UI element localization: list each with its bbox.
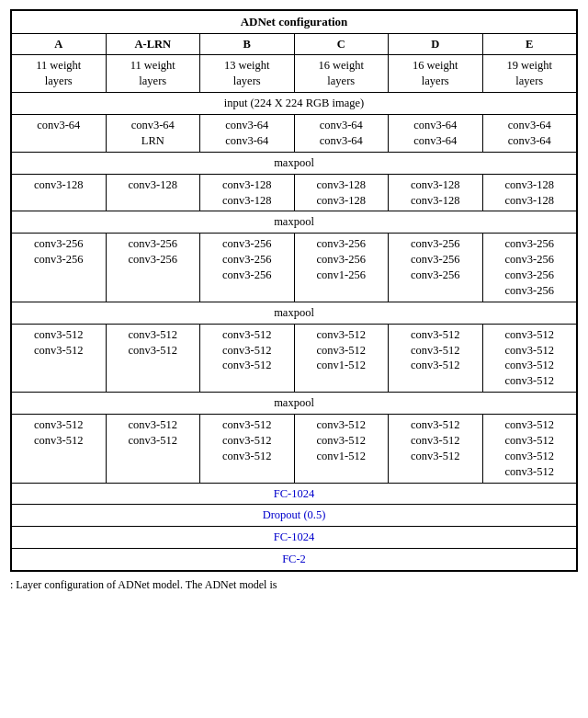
cell-b-512b: conv3-512conv3-512conv3-512 (200, 415, 295, 484)
cell-alrn-64: conv3-64LRN (106, 115, 200, 153)
cell-d-512b: conv3-512conv3-512conv3-512 (389, 415, 483, 484)
fc1024-row-2: FC-1024 (12, 527, 577, 549)
table-title: ADNet configuration (12, 11, 577, 34)
maxpool-label-2: maxpool (12, 211, 577, 234)
title-row: ADNet configuration (12, 11, 577, 34)
col-header-e: E (482, 33, 577, 55)
cell-a-128: conv3-128 (12, 174, 107, 211)
maxpool-label-3: maxpool (12, 302, 577, 324)
maxpool-3: maxpool (12, 302, 577, 324)
cell-a-512b: conv3-512conv3-512 (12, 415, 107, 484)
col-header-b: B (200, 33, 295, 55)
dropout-row: Dropout (0.5) (12, 505, 577, 527)
input-label: input (224 X 224 RGB image) (12, 93, 577, 115)
conv128-row: conv3-128 conv3-128 conv3-128conv3-128 c… (12, 174, 577, 211)
cell-b-512a: conv3-512conv3-512conv3-512 (200, 324, 295, 393)
cell-a-512a: conv3-512conv3-512 (12, 324, 107, 393)
cell-c-512b: conv3-512conv3-512conv1-512 (294, 415, 389, 484)
cell-b-64: conv3-64conv3-64 (200, 115, 295, 153)
cell-a-256: conv3-256conv3-256 (12, 234, 107, 302)
col-header-a: A (12, 33, 107, 55)
cell-alrn-256: conv3-256conv3-256 (106, 234, 200, 302)
fc2-label: FC-2 (12, 549, 577, 571)
col-header-c: C (294, 33, 389, 55)
col-header-alrn: A-LRN (106, 33, 200, 55)
fc2-row: FC-2 (12, 549, 577, 571)
subheader-d: 16 weightlayers (389, 55, 483, 93)
conv64-row: conv3-64 conv3-64LRN conv3-64conv3-64 co… (12, 115, 577, 153)
cell-c-256: conv3-256conv3-256conv1-256 (294, 234, 389, 302)
conv256-row: conv3-256conv3-256 conv3-256conv3-256 co… (12, 234, 577, 302)
conv512b-row: conv3-512conv3-512 conv3-512conv3-512 co… (12, 415, 577, 484)
cell-e-512a: conv3-512conv3-512conv3-512conv3-512 (482, 324, 577, 393)
cell-alrn-128: conv3-128 (106, 174, 200, 211)
cell-c-64: conv3-64conv3-64 (294, 115, 389, 153)
cell-alrn-512a: conv3-512conv3-512 (106, 324, 200, 393)
subheader-b: 13 weightlayers (200, 55, 295, 93)
cell-a-64: conv3-64 (12, 115, 107, 153)
maxpool-2: maxpool (12, 211, 577, 234)
maxpool-label-4: maxpool (12, 393, 577, 415)
subheader-c: 16 weightlayers (294, 55, 389, 93)
cell-e-128: conv3-128conv3-128 (482, 174, 577, 211)
cell-alrn-512b: conv3-512conv3-512 (106, 415, 200, 484)
fc1024-row-1: FC-1024 (12, 483, 577, 505)
cell-e-512b: conv3-512conv3-512conv3-512conv3-512 (482, 415, 577, 484)
subheader-e: 19 weightlayers (482, 55, 577, 93)
conv512a-row: conv3-512conv3-512 conv3-512conv3-512 co… (12, 324, 577, 393)
cell-e-64: conv3-64conv3-64 (482, 115, 577, 153)
cell-b-128: conv3-128conv3-128 (200, 174, 295, 211)
subheader-alrn: 11 weightlayers (106, 55, 200, 93)
header-row: A A-LRN B C D E (12, 33, 577, 55)
subheader-row: 11 weightlayers 11 weightlayers 13 weigh… (12, 55, 577, 93)
subheader-a: 11 weightlayers (12, 55, 107, 93)
maxpool-1: maxpool (12, 152, 577, 174)
maxpool-4: maxpool (12, 393, 577, 415)
table-caption: : Layer configuration of ADNet model. Th… (10, 577, 578, 593)
col-header-d: D (389, 33, 483, 55)
input-row: input (224 X 224 RGB image) (12, 93, 577, 115)
cell-d-512a: conv3-512conv3-512conv3-512 (389, 324, 483, 393)
dropout-label: Dropout (0.5) (12, 505, 577, 527)
maxpool-label-1: maxpool (12, 152, 577, 174)
cell-d-128: conv3-128conv3-128 (389, 174, 483, 211)
cell-b-256: conv3-256conv3-256conv3-256 (200, 234, 295, 302)
fc1024-label-1: FC-1024 (12, 483, 577, 505)
cell-c-128: conv3-128conv3-128 (294, 174, 389, 211)
cell-c-512a: conv3-512conv3-512conv1-512 (294, 324, 389, 393)
adnet-config-table: ADNet configuration A A-LRN B C D E 11 w… (11, 10, 577, 571)
cell-e-256: conv3-256conv3-256conv3-256conv3-256 (482, 234, 577, 302)
cell-d-256: conv3-256conv3-256conv3-256 (389, 234, 483, 302)
fc1024-label-2: FC-1024 (12, 527, 577, 549)
cell-d-64: conv3-64conv3-64 (389, 115, 483, 153)
